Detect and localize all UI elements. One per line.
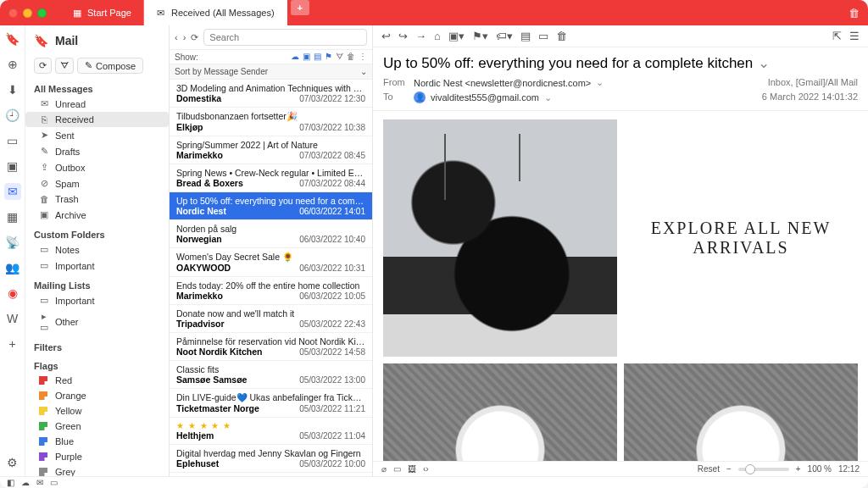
sidebar-item-unread[interactable]: ✉Unread bbox=[25, 96, 169, 112]
flag-item[interactable]: Blue bbox=[25, 434, 169, 449]
search-input[interactable] bbox=[203, 29, 367, 46]
archive-action-icon[interactable]: ▤ bbox=[520, 30, 531, 42]
flag-item[interactable]: Purple bbox=[25, 449, 169, 464]
sidebar-item-drafts[interactable]: ✎Drafts bbox=[25, 143, 169, 159]
message-row[interactable]: Classic fitsSamsøe Samsøe05/03/2022 13:0… bbox=[170, 361, 372, 389]
flag-item[interactable]: Red bbox=[25, 373, 169, 388]
browser-icon[interactable]: ◉ bbox=[4, 285, 21, 302]
section-all-messages[interactable]: All Messages bbox=[25, 77, 169, 96]
email-body[interactable]: EXPLORE ALL NEW ARRIVALS bbox=[373, 111, 868, 461]
sidebar-item-sent[interactable]: ➤Sent bbox=[25, 127, 169, 143]
chevron-down-icon[interactable]: ⌄ bbox=[758, 54, 770, 72]
show-filter-icons[interactable]: ☁ ▣ ▤ ⚑ ᗊ 🗑 ⋮ bbox=[291, 52, 367, 62]
close-window-button[interactable] bbox=[8, 8, 18, 18]
sidebar-item-archive[interactable]: ▣Archive bbox=[25, 207, 169, 223]
cloud-icon[interactable]: ☁ bbox=[291, 52, 299, 62]
sidebar-item-spam[interactable]: ⊘Spam bbox=[25, 175, 169, 191]
junk-icon[interactable]: ▭ bbox=[538, 30, 548, 42]
forward-button[interactable]: › bbox=[183, 32, 186, 42]
folder-move-icon[interactable]: ▣▾ bbox=[448, 30, 465, 42]
message-list[interactable]: 3D Modeling and Animation Techniques wit… bbox=[170, 80, 372, 476]
menu-icon[interactable]: ⋮ bbox=[359, 52, 367, 62]
filter-button[interactable]: ᗊ bbox=[55, 58, 74, 74]
chevron-down-icon[interactable]: ⌄ bbox=[544, 92, 552, 103]
mail-status-icon[interactable]: ✉ bbox=[36, 478, 43, 487]
tab-start-page[interactable]: ▦ Start Page bbox=[60, 0, 144, 25]
back-button[interactable]: ‹ bbox=[175, 32, 178, 42]
list-icon[interactable]: ▤ bbox=[314, 52, 321, 62]
code-icon[interactable]: ‹› bbox=[423, 464, 429, 474]
message-row[interactable]: Spring/Summer 2022 | Art of NatureMarime… bbox=[170, 136, 372, 164]
flag-set-icon[interactable]: ⚑▾ bbox=[472, 30, 488, 42]
minimize-window-button[interactable] bbox=[23, 8, 32, 18]
wikipedia-icon[interactable]: W bbox=[4, 310, 21, 327]
reply-all-icon[interactable]: ↪ bbox=[398, 30, 408, 42]
message-row[interactable]: Påminnelse för reservation vid Noot Nord… bbox=[170, 333, 372, 361]
history-icon[interactable]: 🕘 bbox=[4, 107, 21, 124]
folder-icon[interactable]: ▣ bbox=[303, 52, 310, 62]
chat-icon[interactable]: ▭ bbox=[50, 478, 58, 487]
sidebar-item-trash[interactable]: 🗑Trash bbox=[25, 191, 169, 207]
message-row[interactable]: Freedom & mystical beautyEight & Bob04/0… bbox=[170, 473, 372, 476]
calendar-icon[interactable]: ▦ bbox=[4, 208, 21, 225]
reset-zoom-button[interactable]: Reset bbox=[698, 464, 720, 474]
trash-icon[interactable]: 🗑 bbox=[849, 7, 860, 19]
flag-item[interactable]: Yellow bbox=[25, 403, 169, 419]
sidebar-item-folder[interactable]: ▭Important bbox=[25, 258, 169, 274]
sort-label[interactable]: Sort by Message Sender bbox=[175, 67, 268, 76]
filter-icon[interactable]: ᗊ bbox=[336, 52, 343, 62]
forward-icon[interactable]: → bbox=[415, 30, 426, 42]
tab-mail[interactable]: ✉ Received (All Messages) bbox=[144, 0, 287, 25]
zoom-out-button[interactable]: − bbox=[726, 464, 732, 474]
message-row[interactable]: Donate now and we'll match itTripadvisor… bbox=[170, 305, 372, 333]
tag-set-icon[interactable]: 🏷▾ bbox=[496, 30, 513, 42]
sync-icon[interactable]: ☁ bbox=[21, 478, 30, 487]
from-value[interactable]: Nordic Nest <newsletter@nordicnest.com> … bbox=[414, 77, 762, 88]
message-row[interactable]: Ends today: 20% off the entire home coll… bbox=[170, 277, 372, 305]
reply-icon[interactable]: ↩ bbox=[381, 30, 391, 42]
flag-item[interactable]: Orange bbox=[25, 388, 169, 403]
message-row[interactable]: Up to 50% off: everything you need for a… bbox=[170, 192, 372, 220]
chevron-down-icon[interactable]: ⌄ bbox=[596, 77, 604, 88]
image-icon[interactable]: 🖼 bbox=[408, 464, 416, 474]
refresh-button[interactable]: ⟳ bbox=[34, 58, 52, 74]
notes-icon[interactable]: ▭ bbox=[4, 132, 21, 149]
flag-item[interactable]: Green bbox=[25, 419, 169, 434]
message-row[interactable]: Din LIVE-guide💙 Ukas anbefalinger fra Ti… bbox=[170, 389, 372, 418]
section-flags[interactable]: Flags bbox=[25, 354, 169, 373]
bookmarks-icon[interactable]: 🔖 bbox=[4, 30, 21, 47]
maximize-window-button[interactable] bbox=[37, 8, 47, 18]
reload-button[interactable]: ⟳ bbox=[191, 32, 198, 43]
mark-read-icon[interactable]: ⌂ bbox=[434, 30, 441, 42]
zoom-slider[interactable] bbox=[738, 468, 789, 471]
sort-dropdown-icon[interactable]: ⌄ bbox=[360, 67, 367, 76]
message-row[interactable]: Tilbudsbonanzaen fortsetter🎉Elkjøp07/03/… bbox=[170, 108, 372, 136]
zoom-in-button[interactable]: + bbox=[796, 464, 801, 474]
window-icon[interactable]: ▣ bbox=[4, 158, 21, 175]
downloads-icon[interactable]: ⬇ bbox=[4, 81, 21, 98]
message-row[interactable]: Norden på salgNorwegian06/03/2022 10:40 bbox=[170, 220, 372, 248]
add-panel-icon[interactable]: + bbox=[4, 336, 21, 352]
sidebar-item-folder[interactable]: ▭Notes bbox=[25, 241, 169, 258]
contacts-icon[interactable]: 👥 bbox=[4, 259, 21, 276]
to-value[interactable]: 👤vivalditest555@gmail.com ⌄ bbox=[414, 92, 762, 103]
settings-icon[interactable]: ⚙ bbox=[4, 454, 21, 471]
section-mailing-lists[interactable]: Mailing Lists bbox=[25, 274, 169, 292]
camera-icon[interactable]: ⌀ bbox=[381, 464, 387, 474]
sidebar-item-list[interactable]: ▭Important bbox=[25, 292, 169, 308]
section-filters[interactable]: Filters bbox=[25, 336, 169, 354]
message-row[interactable]: Digital hverdag med Jenny Skavlan og Fin… bbox=[170, 445, 372, 473]
plus-icon[interactable]: ⊕ bbox=[4, 56, 21, 73]
section-custom-folders[interactable]: Custom Folders bbox=[25, 223, 169, 241]
tag-icon[interactable]: ⚑ bbox=[325, 52, 332, 62]
more-icon[interactable]: ☰ bbox=[849, 30, 860, 42]
feeds-icon[interactable]: 📡 bbox=[4, 234, 21, 251]
flag-item[interactable]: Grey bbox=[25, 464, 169, 476]
compose-button[interactable]: ✎ Compose bbox=[77, 58, 143, 74]
new-tab-button[interactable]: + bbox=[291, 0, 309, 15]
expand-icon[interactable]: ⇱ bbox=[832, 30, 842, 42]
panel-toggle-icon[interactable]: ◧ bbox=[7, 478, 14, 487]
trash-filter-icon[interactable]: 🗑 bbox=[347, 52, 355, 62]
sidebar-item-list[interactable]: ▸ ▭Other bbox=[25, 308, 169, 336]
sidebar-item-received[interactable]: ⎘Received bbox=[25, 112, 169, 127]
